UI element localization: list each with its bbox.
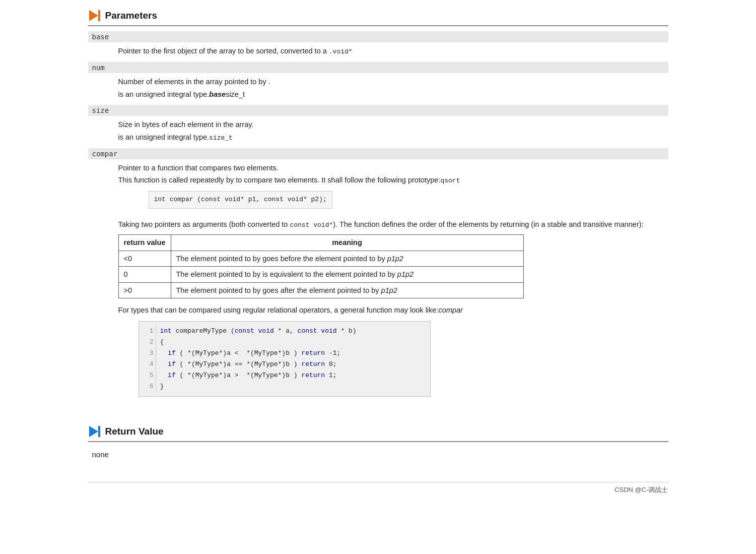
return-value: none xyxy=(88,447,668,462)
code-line-3: 3 if ( *(MyType*)a < *(MyType*)b ) retur… xyxy=(145,348,424,359)
return-value-section: Return Value none xyxy=(88,425,668,462)
table-row: >0 The element pointed to by goes after … xyxy=(118,282,523,298)
table-cell-rv: 0 xyxy=(118,267,171,282)
code-prototype: int compar (const void* p1, const void* … xyxy=(149,191,332,209)
table-cell-rv: <0 xyxy=(118,251,171,266)
svg-rect-3 xyxy=(98,426,100,437)
return-icon xyxy=(88,425,101,438)
param-base-desc: Pointer to the first object of the array… xyxy=(88,42,668,61)
param-base: base Pointer to the first object of the … xyxy=(88,31,668,61)
return-value-table: return value meaning <0 The element poin… xyxy=(118,234,524,298)
parameters-section-header: Parameters xyxy=(88,9,668,26)
table-row: <0 The element pointed to by goes before… xyxy=(118,251,523,266)
table-header-meaning: meaning xyxy=(171,235,523,251)
code-line-5: 5 if ( *(MyType*)a > *(MyType*)b ) retur… xyxy=(145,370,424,381)
table-row: 0 The element pointed to by is equivalen… xyxy=(118,267,523,282)
page-wrapper: Parameters base Pointer to the first obj… xyxy=(76,0,680,515)
code-lines: 1 int compareMyType (const void * a, con… xyxy=(145,326,424,393)
svg-marker-0 xyxy=(89,10,98,21)
table-cell-meaning: The element pointed to by goes before th… xyxy=(171,251,523,266)
param-size: size Size in bytes of each element in th… xyxy=(88,105,668,147)
param-compar-name: compar xyxy=(88,148,668,159)
return-section-header: Return Value xyxy=(88,425,668,442)
code-line-6: 6 } xyxy=(145,381,424,392)
code-compare-example: 1 int compareMyType (const void * a, con… xyxy=(139,321,431,397)
param-size-name: size xyxy=(88,105,668,116)
return-title: Return Value xyxy=(105,426,164,437)
svg-marker-2 xyxy=(89,426,98,437)
code-line-2: 2 { xyxy=(145,337,424,348)
param-compar-desc: Pointer to a function that compares two … xyxy=(88,159,668,405)
param-num: num Number of elements in the array poin… xyxy=(88,62,668,104)
param-num-desc: Number of elements in the array pointed … xyxy=(88,73,668,104)
table-header-rv: return value xyxy=(118,235,171,251)
footer: CSDN @C-调战士 xyxy=(88,482,668,495)
param-size-desc: Size in bytes of each element in the arr… xyxy=(88,116,668,147)
parameters-title: Parameters xyxy=(105,10,158,21)
table-cell-meaning: The element pointed to by is equivalent … xyxy=(171,267,523,282)
param-compar: compar Pointer to a function that compar… xyxy=(88,148,668,405)
svg-rect-1 xyxy=(98,10,100,21)
table-cell-rv: >0 xyxy=(118,282,171,298)
param-num-name: num xyxy=(88,62,668,73)
parameters-icon xyxy=(88,9,101,22)
code-line-4: 4 if ( *(MyType*)a == *(MyType*)b ) retu… xyxy=(145,359,424,370)
footer-site: CSDN @C-调战士 xyxy=(614,485,668,495)
table-cell-meaning: The element pointed to by goes after the… xyxy=(171,282,523,298)
code-line-1: 1 int compareMyType (const void * a, con… xyxy=(145,326,424,337)
param-base-name: base xyxy=(88,31,668,42)
